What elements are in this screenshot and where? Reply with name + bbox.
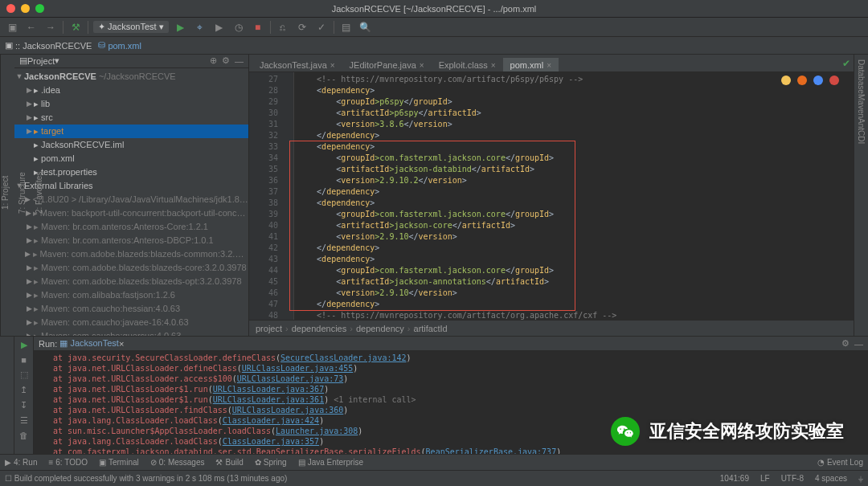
left-tab-structure[interactable]: 7: Structure bbox=[18, 172, 27, 214]
tab-run[interactable]: ▶ 4: Run bbox=[5, 458, 37, 467]
tree-item[interactable]: ▶▸ Maven: com.adobe.blazeds:blazeds-opt:… bbox=[14, 275, 248, 288]
status-bar: ☐ Build completed successfully with 3 wa… bbox=[0, 470, 868, 486]
up-icon[interactable]: ↥ bbox=[20, 385, 27, 395]
trash-icon[interactable]: 🗑 bbox=[19, 431, 28, 440]
breadcrumb-item[interactable]: dependencies bbox=[292, 324, 347, 333]
event-log[interactable]: ◔ Event Log bbox=[817, 458, 863, 467]
nav-file[interactable]: ⛁ pom.xml bbox=[98, 40, 141, 51]
project-panel: ▤ Project ▾ ⊕ ⚙ — ▼JacksonRCECVE ~/Jacks… bbox=[14, 55, 249, 336]
gear-icon[interactable]: ⚙ bbox=[841, 338, 850, 349]
tree-item[interactable]: ▶▸ target bbox=[14, 125, 248, 138]
wechat-icon bbox=[611, 417, 640, 446]
target-icon[interactable]: ⊕ bbox=[210, 55, 217, 66]
run-header[interactable]: Run: ▦ JacksonTest × ⚙ — bbox=[34, 337, 868, 351]
caret-position[interactable]: 1041:69 bbox=[720, 474, 749, 483]
inspection-ok-icon[interactable]: ✔ bbox=[842, 58, 850, 69]
editor-tab[interactable]: JacksonTest.java× bbox=[252, 58, 342, 71]
tree-item[interactable]: ▸ JacksonRCECVE.iml bbox=[14, 138, 248, 152]
tree-item[interactable]: ▶▸ src bbox=[14, 111, 248, 125]
hide-icon[interactable]: — bbox=[235, 56, 244, 66]
left-tab-project[interactable]: 1: Project bbox=[1, 176, 10, 210]
breadcrumb-bar[interactable]: project › dependencies › dependency › ar… bbox=[249, 320, 854, 336]
coverage-icon[interactable]: ▶ bbox=[212, 20, 227, 35]
right-tab-maven[interactable]: Maven bbox=[857, 94, 866, 118]
run-configuration[interactable]: ✦ JacksonTest ▾ bbox=[93, 21, 169, 33]
fold-gutter[interactable] bbox=[283, 72, 294, 320]
open-icon[interactable]: ▣ bbox=[5, 20, 19, 35]
tab-java-enterprise[interactable]: ▤ Java Enterprise bbox=[298, 458, 363, 467]
debug-icon[interactable]: ⌖ bbox=[193, 20, 207, 35]
forward-icon[interactable]: → bbox=[43, 20, 58, 35]
tree-item[interactable]: ▶▸ Maven: com.alibaba:fastjson:1.2.6 bbox=[14, 288, 248, 302]
update-icon[interactable]: ⟳ bbox=[295, 20, 309, 35]
tab-todo[interactable]: ≡ 6: TODO bbox=[48, 458, 88, 467]
build-icon[interactable]: ⚒ bbox=[68, 20, 83, 35]
tree-item[interactable]: ▶▸ Maven: com.caucho:hessian:4.0.63 bbox=[14, 302, 248, 316]
nav-project[interactable]: ▣ :: JacksonRCECVE bbox=[5, 40, 92, 51]
breadcrumb-item[interactable]: project bbox=[256, 324, 282, 333]
tab-messages[interactable]: ⊘ 0: Messages bbox=[150, 458, 205, 467]
status-toggle-icon[interactable]: ☐ bbox=[5, 474, 12, 483]
run-icon[interactable]: ▶ bbox=[174, 20, 188, 35]
left-tool-strip[interactable]: 1: Project 7: Structure 2: Favorites bbox=[0, 55, 14, 336]
tree-item[interactable]: ▸ pom.xml bbox=[14, 152, 248, 165]
editor-tab[interactable]: JEditorPane.java× bbox=[342, 58, 432, 71]
run-toolbar[interactable]: ▶ ■ ⬚ ↥ ↧ ☰ 🗑 bbox=[14, 337, 34, 464]
titlebar: JacksonRCECVE [~/JacksonRCECVE] - .../po… bbox=[0, 0, 868, 18]
print-icon[interactable]: ☰ bbox=[20, 415, 28, 426]
chrome-icon[interactable] bbox=[781, 76, 791, 85]
tree-item[interactable]: ▶▸ .idea bbox=[14, 84, 248, 97]
console-output[interactable]: at java.security.SecureClassLoader.defin… bbox=[34, 351, 868, 464]
tree-item[interactable]: ▶▸ lib bbox=[14, 97, 248, 111]
editor-tab[interactable]: Exploit.class× bbox=[432, 58, 503, 71]
project-panel-header[interactable]: ▤ Project ▾ ⊕ ⚙ — bbox=[14, 55, 248, 68]
project-tree[interactable]: ▼JacksonRCECVE ~/JacksonRCECVE▶▸ .idea▶▸… bbox=[14, 68, 248, 336]
tab-build[interactable]: ⚒ Build bbox=[215, 458, 243, 467]
indent[interactable]: 4 spaces bbox=[815, 474, 847, 483]
tab-terminal[interactable]: ▣ Terminal bbox=[99, 458, 139, 467]
left-tab-favorites[interactable]: 2: Favorites bbox=[35, 172, 43, 214]
tree-item[interactable]: ▼JacksonRCECVE ~/JacksonRCECVE bbox=[14, 70, 248, 84]
tree-item[interactable]: ▸ test.properties bbox=[14, 165, 248, 179]
tree-item[interactable]: ▶▸ Maven: com.adobe.blazeds:blazeds-core… bbox=[14, 261, 248, 275]
right-tab-database[interactable]: Database bbox=[857, 59, 866, 94]
bottom-tool-tabs[interactable]: ▶ 4: Run ≡ 6: TODO ▣ Terminal ⊘ 0: Messa… bbox=[0, 454, 868, 470]
tree-item[interactable]: ▼External Libraries bbox=[14, 179, 248, 193]
breadcrumb-item[interactable]: dependency bbox=[356, 324, 404, 333]
gear-icon[interactable]: ⚙ bbox=[222, 55, 230, 66]
lock-icon[interactable]: ⏚ bbox=[858, 474, 863, 483]
pin-icon[interactable]: ⬚ bbox=[20, 370, 28, 380]
tree-item[interactable]: ▶▸ Maven: br.com.anteros:Anteros-DBCP:1.… bbox=[14, 234, 248, 247]
safari-icon[interactable] bbox=[813, 76, 823, 85]
editor-tab[interactable]: pom.xml× bbox=[503, 58, 559, 71]
right-tool-strip[interactable]: Database Maven Ant CDI bbox=[854, 55, 868, 336]
structure-icon[interactable]: ▤ bbox=[339, 20, 354, 35]
tab-spring[interactable]: ✿ Spring bbox=[255, 458, 287, 467]
hide-icon[interactable]: — bbox=[854, 339, 863, 349]
browser-icons[interactable] bbox=[781, 76, 839, 85]
stop-icon[interactable]: ■ bbox=[251, 20, 265, 35]
code-area[interactable]: <!-- https://mvnrepository.com/artifact/… bbox=[294, 72, 854, 320]
tree-item[interactable]: ▶▸ Maven: com.adobe.blazeds:blazeds-comm… bbox=[14, 247, 248, 261]
tree-item[interactable]: ▶▸ Maven: com.caucho:javaee-16:4.0.63 bbox=[14, 316, 248, 329]
breadcrumb-item[interactable]: artifactId bbox=[414, 324, 448, 333]
search-icon[interactable]: 🔍 bbox=[358, 20, 373, 35]
encoding[interactable]: UTF-8 bbox=[781, 474, 804, 483]
commit-icon[interactable]: ✓ bbox=[314, 20, 329, 35]
back-icon[interactable]: ← bbox=[24, 20, 39, 35]
tree-item[interactable]: ▶< 1.8U20 > /Library/Java/JavaVirtualMac… bbox=[14, 193, 248, 206]
tree-item[interactable]: ▶▸ Maven: br.com.anteros:Anteros-Core:1.… bbox=[14, 220, 248, 234]
down-icon[interactable]: ↧ bbox=[20, 400, 27, 410]
right-tab-ant[interactable]: Ant bbox=[857, 118, 866, 130]
editor-tabs[interactable]: JacksonTest.java×JEditorPane.java×Exploi… bbox=[249, 55, 854, 72]
tree-item[interactable]: ▶▸ Maven: com.caucho:quercus:4.0.63 bbox=[14, 329, 248, 336]
firefox-icon[interactable] bbox=[797, 76, 807, 85]
opera-icon[interactable] bbox=[829, 76, 839, 85]
profile-icon[interactable]: ◷ bbox=[231, 20, 246, 35]
vcs-icon[interactable]: ⎌ bbox=[276, 20, 290, 35]
rerun-icon[interactable]: ▶ bbox=[21, 340, 27, 350]
line-sep[interactable]: LF bbox=[760, 474, 770, 483]
stop-icon[interactable]: ■ bbox=[21, 355, 27, 365]
tree-item[interactable]: ▶▸ Maven: backport-util-concurrent:backp… bbox=[14, 206, 248, 220]
right-tab-cdi[interactable]: CDI bbox=[857, 130, 866, 144]
